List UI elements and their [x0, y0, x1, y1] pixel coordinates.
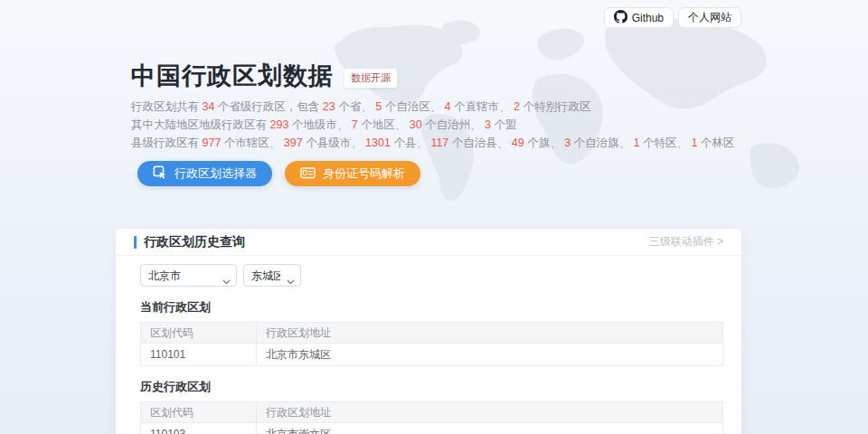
stat-text: 个地级市、 — [288, 118, 351, 131]
stat-text: 个县级市、 — [303, 137, 365, 149]
github-icon — [614, 10, 627, 26]
stat-number: 49 — [512, 137, 524, 149]
stat-text: 县级行政区有 — [131, 137, 202, 149]
stat-line: 其中大陆地区地级行政区有 293 个地级市、 7 个地区、 30 个自治州、 3… — [131, 116, 734, 134]
table-header-cell: 区划代码 — [141, 323, 257, 344]
stat-text: 其中大陆地区地级行政区有 — [131, 118, 269, 131]
stat-number: 2 — [514, 100, 520, 113]
stat-line: 行政区划共有 34 个省级行政区，包含 23 个省、 5 个自治区、 4 个直辖… — [131, 98, 734, 116]
personal-website-button[interactable]: 个人网站 — [678, 7, 741, 28]
stat-number: 397 — [284, 137, 303, 149]
stat-number: 30 — [410, 118, 422, 131]
division-section: 当前行政区划区划代码行政区划地址110101北京市东城区 — [140, 299, 717, 366]
linkage-plugin-link[interactable]: 三级联动插件 > — [649, 234, 723, 250]
stat-text: 个县、 — [391, 137, 430, 149]
table-cell: 北京市崇文区 — [257, 423, 723, 434]
card-header: 行政区划历史查询 三级联动插件 > — [116, 229, 741, 256]
section-heading: 当前行政区划 — [140, 299, 717, 316]
section-heading: 历史行政区划 — [140, 379, 717, 395]
stat-text: 行政区划共有 — [131, 100, 202, 113]
stat-text: 个盟 — [491, 118, 516, 131]
history-query-card: 行政区划历史查询 三级联动插件 > 北京市 东城区 当前行政区划区划代码行政区划… — [116, 229, 741, 434]
stat-text: 个旗、 — [524, 137, 564, 149]
table-header-cell: 行政区划地址 — [257, 323, 723, 344]
id-card-parser-label: 身份证号码解析 — [323, 165, 405, 182]
table-row: 110103北京市崇文区 — [141, 423, 723, 434]
card-body: 北京市 东城区 当前行政区划区划代码行政区划地址110101北京市东城区历史行政… — [116, 256, 741, 434]
table-header-row: 区划代码行政区划地址 — [141, 323, 723, 344]
stat-text: 个直辖市、 — [451, 100, 514, 113]
stat-number: 293 — [269, 118, 288, 131]
table-cell: 北京市东城区 — [257, 344, 723, 366]
stat-number: 977 — [202, 137, 221, 149]
division-table: 区划代码行政区划地址110103北京市崇文区 — [140, 401, 723, 434]
page-title: 中国行政区划数据 — [131, 60, 334, 92]
top-actions: Github 个人网站 — [116, 7, 741, 28]
stat-line: 县级行政区有 977 个市辖区、 397 个县级市、 1301 个县、 117 … — [131, 134, 734, 152]
open-source-badge[interactable]: 数据开源 — [344, 69, 397, 88]
stat-text: 个自治区、 — [382, 100, 444, 113]
division-selector-label: 行政区划选择器 — [175, 165, 257, 182]
id-card-parser-button[interactable]: 身份证号码解析 — [285, 161, 420, 186]
stat-text: 个省、 — [335, 100, 375, 113]
province-select[interactable]: 北京市 — [140, 264, 237, 287]
division-selector-button[interactable]: 行政区划选择器 — [137, 161, 272, 186]
table-cell: 110103 — [141, 423, 257, 434]
stat-number: 117 — [430, 137, 448, 149]
table-header-cell: 区划代码 — [141, 402, 257, 423]
stat-number: 34 — [202, 100, 214, 113]
github-button-label: Github — [632, 12, 664, 24]
hero-actions: 行政区划选择器 身份证号码解析 — [137, 161, 420, 186]
stat-text: 个林区 — [697, 137, 734, 149]
table-sections: 当前行政区划区划代码行政区划地址110101北京市东城区历史行政区划区划代码行政… — [140, 299, 717, 434]
district-select[interactable]: 东城区 — [243, 264, 301, 287]
stat-text: 个特区、 — [639, 137, 691, 149]
personal-website-label: 个人网站 — [688, 10, 731, 25]
stat-text: 个省级行政区，包含 — [214, 100, 322, 113]
github-button[interactable]: Github — [604, 7, 674, 28]
stat-number: 1301 — [365, 137, 391, 149]
hero-title-row: 中国行政区划数据 数据开源 — [131, 60, 397, 92]
stat-text: 个地区、 — [358, 118, 410, 131]
stat-text: 个特别行政区 — [520, 100, 590, 113]
stat-text: 个自治旗、 — [571, 137, 633, 149]
table-header-row: 区划代码行政区划地址 — [141, 402, 723, 423]
stats: 行政区划共有 34 个省级行政区，包含 23 个省、 5 个自治区、 4 个直辖… — [131, 98, 734, 152]
stat-number: 7 — [352, 118, 358, 131]
stat-text: 个市辖区、 — [221, 137, 283, 149]
stat-number: 23 — [323, 100, 335, 113]
title-accent-bar — [134, 236, 137, 249]
stat-number: 3 — [485, 118, 491, 131]
stat-number: 4 — [445, 100, 451, 113]
select-row: 北京市 东城区 — [140, 264, 717, 287]
division-section: 历史行政区划区划代码行政区划地址110103北京市崇文区 — [140, 379, 717, 434]
table-header-cell: 行政区划地址 — [257, 402, 723, 423]
card-title-text: 行政区划历史查询 — [144, 234, 245, 250]
stat-text: 个自治州、 — [422, 118, 485, 131]
id-card-icon — [300, 165, 316, 183]
selector-icon — [153, 165, 167, 183]
stat-text: 个自治县、 — [448, 137, 511, 149]
table-row: 110101北京市东城区 — [141, 344, 723, 366]
card-title: 行政区划历史查询 — [134, 234, 245, 250]
table-cell: 110101 — [141, 344, 257, 366]
division-table: 区划代码行政区划地址110101北京市东城区 — [140, 322, 723, 366]
